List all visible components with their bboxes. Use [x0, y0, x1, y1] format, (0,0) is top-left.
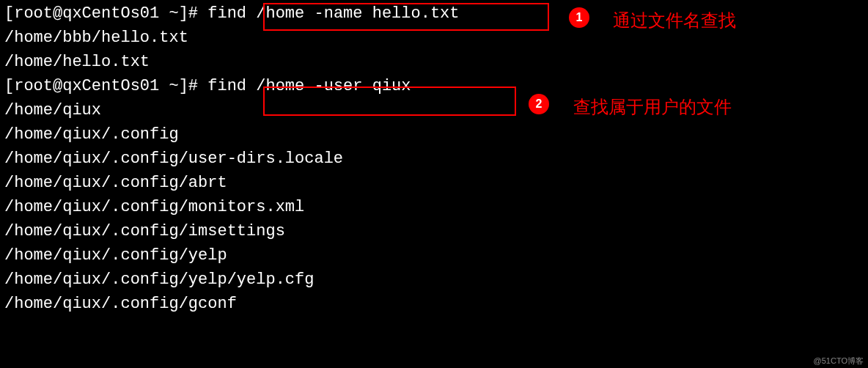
shell-prompt: [root@qxCentOs01 ~]#	[4, 77, 198, 95]
output-line: /home/qiux/.config/abrt	[4, 171, 864, 195]
command-text: find /home -name hello.txt	[207, 4, 459, 23]
output-line: /home/qiux/.config/user-dirs.locale	[4, 147, 864, 171]
output-line: /home/qiux/.config/yelp	[4, 243, 864, 268]
watermark: @51CTO博客	[814, 355, 864, 367]
output-line: /home/qiux	[4, 98, 864, 122]
annotation-2: 查找属于用户的文件	[573, 94, 732, 120]
output-line: /home/qiux/.config/imsettings	[4, 219, 864, 243]
terminal-line-2: [root@qxCentOs01 ~]# find /home -user qi…	[4, 74, 864, 98]
annotation-1: 通过文件名查找	[613, 7, 736, 34]
output-line: /home/hello.txt	[4, 50, 864, 74]
output-line: /home/qiux/.config	[4, 122, 864, 147]
command-text: find /home -user qiux	[207, 77, 411, 95]
shell-prompt: [root@qxCentOs01 ~]#	[4, 4, 198, 23]
output-line: /home/qiux/.config/monitors.xml	[4, 195, 864, 219]
badge-1: 1	[569, 7, 589, 28]
output-line: /home/qiux/.config/yelp/yelp.cfg	[4, 268, 864, 292]
output-line: /home/qiux/.config/gconf	[4, 292, 864, 316]
badge-2: 2	[529, 94, 549, 114]
